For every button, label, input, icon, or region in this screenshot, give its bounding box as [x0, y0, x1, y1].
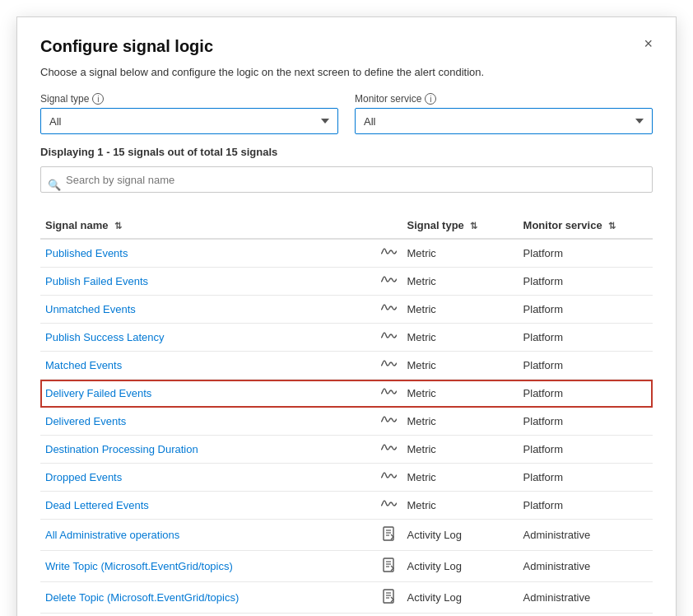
monitor-service-cell: Platform — [519, 352, 653, 380]
signal-type-text-cell: Metric — [402, 296, 493, 324]
empty-icon-cell — [494, 464, 519, 492]
signal-type-label: Signal type i — [40, 93, 338, 105]
signal-name-cell[interactable]: Delete Topic (Microsoft.EventGrid/topics… — [40, 582, 375, 614]
metric-icon — [380, 274, 397, 286]
metric-icon — [380, 498, 397, 510]
monitor-service-cell: Administrative — [519, 614, 653, 617]
table-row: List Topic Keys (Microsoft.EventGrid/top… — [40, 614, 653, 617]
empty-icon-cell — [494, 492, 519, 520]
signal-type-text-cell: Metric — [402, 436, 493, 464]
monitor-service-info-icon: i — [425, 93, 436, 105]
table-row: Publish Failed Events MetricPlatform — [40, 268, 653, 296]
signal-name-cell[interactable]: Dropped Events — [40, 464, 375, 492]
signal-type-filter-group: Signal type i All Metric Activity Log — [40, 93, 338, 134]
signal-type-text-cell: Metric — [402, 408, 493, 436]
signal-type-text-cell: Metric — [402, 268, 493, 296]
signal-type-text-cell: Activity Log — [402, 582, 493, 614]
sort-icon-type[interactable]: ⇅ — [470, 221, 477, 231]
signal-type-icon-cell — [375, 268, 402, 296]
monitor-service-cell: Administrative — [519, 582, 653, 614]
configure-signal-dialog: Configure signal logic × Choose a signal… — [16, 16, 677, 616]
close-button[interactable]: × — [637, 32, 659, 56]
search-icon: 🔍 — [48, 179, 61, 191]
signal-name-cell[interactable]: Unmatched Events — [40, 296, 375, 324]
monitor-service-cell: Platform — [519, 380, 653, 408]
signal-type-text-cell: Metric — [402, 239, 493, 268]
empty-icon-cell — [494, 268, 519, 296]
empty-icon-cell — [494, 380, 519, 408]
table-row: Published Events MetricPlatform — [40, 239, 653, 268]
empty-icon-cell — [494, 614, 519, 617]
table-row: All Administrative operations Activity L… — [40, 520, 653, 551]
signal-name-cell[interactable]: Destination Processing Duration — [40, 436, 375, 464]
monitor-service-cell: Platform — [519, 464, 653, 492]
table-row: Dead Lettered Events MetricPlatform — [40, 492, 653, 520]
signal-type-text-cell: Metric — [402, 464, 493, 492]
signal-type-text-cell: Metric — [402, 324, 493, 352]
monitor-service-cell: Platform — [519, 239, 653, 268]
table-row: Delivered Events MetricPlatform — [40, 408, 653, 436]
monitor-service-cell: Platform — [519, 296, 653, 324]
signal-type-text-cell: Activity Log — [402, 551, 493, 582]
signal-type-text-cell: Metric — [402, 492, 493, 520]
signal-type-text-cell: Activity Log — [402, 614, 493, 617]
signal-name-cell[interactable]: Publish Failed Events — [40, 268, 375, 296]
monitor-service-cell: Platform — [519, 436, 653, 464]
displaying-count: Displaying 1 - 15 signals out of total 1… — [40, 146, 653, 158]
table-body: Published Events MetricPlatformPublish F… — [40, 239, 653, 616]
empty-icon-cell — [494, 324, 519, 352]
signal-type-icon-cell — [375, 464, 402, 492]
signal-type-icon-cell — [375, 352, 402, 380]
empty-icon-cell — [494, 551, 519, 582]
signal-type-icon-cell — [375, 520, 402, 551]
empty-icon-cell — [494, 408, 519, 436]
signal-type-text-cell: Metric — [402, 352, 493, 380]
metric-icon — [380, 414, 397, 426]
filters-row: Signal type i All Metric Activity Log Mo… — [40, 93, 653, 134]
monitor-service-filter-group: Monitor service i All Platform Administr… — [355, 93, 653, 134]
signal-name-cell[interactable]: Dead Lettered Events — [40, 492, 375, 520]
col-header-icon2 — [494, 212, 519, 239]
signal-type-icon-cell — [375, 324, 402, 352]
empty-icon-cell — [494, 436, 519, 464]
signal-type-icon-cell — [375, 296, 402, 324]
monitor-service-cell: Platform — [519, 324, 653, 352]
metric-icon — [380, 330, 397, 342]
signal-name-cell[interactable]: Publish Success Latency — [40, 324, 375, 352]
activity-log-icon — [382, 526, 395, 541]
monitor-service-cell: Platform — [519, 268, 653, 296]
signal-type-select[interactable]: All Metric Activity Log — [40, 108, 338, 134]
signal-name-cell[interactable]: Delivered Events — [40, 408, 375, 436]
activity-log-icon — [382, 589, 395, 604]
signal-name-cell[interactable]: Matched Events — [40, 352, 375, 380]
signal-type-icon-cell — [375, 239, 402, 268]
monitor-service-select[interactable]: All Platform Administrative — [355, 108, 653, 134]
dialog-description: Choose a signal below and configure the … — [40, 66, 653, 78]
signal-name-cell[interactable]: List Topic Keys (Microsoft.EventGrid/top… — [40, 614, 375, 617]
empty-icon-cell — [494, 520, 519, 551]
signal-type-text-cell: Metric — [402, 380, 493, 408]
signal-name-cell[interactable]: Delivery Failed Events — [40, 380, 375, 408]
monitor-service-cell: Platform — [519, 408, 653, 436]
search-input[interactable] — [40, 166, 653, 193]
table-row: Destination Processing Duration MetricPl… — [40, 436, 653, 464]
signal-type-icon-cell — [375, 380, 402, 408]
signals-table: Signal name ⇅ Signal type ⇅ Monitor serv… — [40, 212, 653, 616]
monitor-service-cell: Administrative — [519, 551, 653, 582]
empty-icon-cell — [494, 239, 519, 268]
table-row: Delivery Failed Events MetricPlatform — [40, 380, 653, 408]
metric-icon — [380, 302, 397, 314]
sort-icon-signal[interactable]: ⇅ — [114, 221, 122, 231]
signal-name-cell[interactable]: Published Events — [40, 239, 375, 268]
signal-type-icon-cell — [375, 582, 402, 614]
signal-type-icon-cell — [375, 551, 402, 582]
monitor-service-label: Monitor service i — [355, 93, 653, 105]
signal-name-cell[interactable]: All Administrative operations — [40, 520, 375, 551]
sort-icon-monitor[interactable]: ⇅ — [608, 221, 616, 231]
col-header-icon — [375, 212, 402, 239]
signal-type-info-icon: i — [92, 93, 104, 105]
table-row: Write Topic (Microsoft.EventGrid/topics)… — [40, 551, 653, 582]
empty-icon-cell — [494, 582, 519, 614]
signal-name-cell[interactable]: Write Topic (Microsoft.EventGrid/topics) — [40, 551, 375, 582]
metric-icon — [380, 442, 397, 454]
